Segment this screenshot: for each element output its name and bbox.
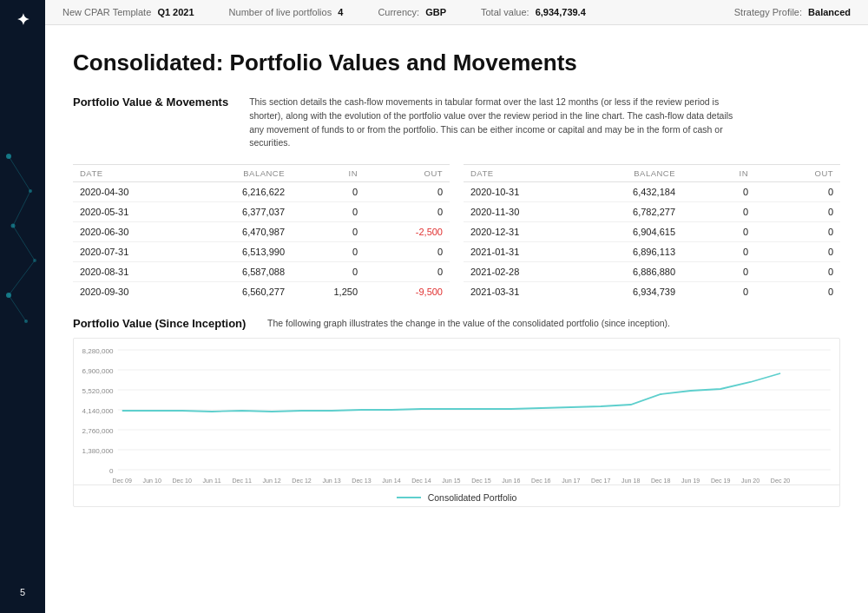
total-value: 6,934,739.4 xyxy=(536,7,586,17)
table-row: 2020-09-30 6,560,277 1,250 -9,500 xyxy=(73,282,450,302)
currency-info: Currency: GBP xyxy=(378,7,446,17)
cell-in: 0 xyxy=(292,202,365,222)
cell-balance: 6,886,880 xyxy=(573,262,682,282)
legend-label: Consolidated Portfolio xyxy=(428,492,517,503)
col-header-date-right: DATE xyxy=(464,165,573,182)
svg-text:Jun 19: Jun 19 xyxy=(681,478,700,484)
cell-out: 0 xyxy=(365,202,450,222)
template-label: New CPAR Template xyxy=(62,7,151,17)
cell-date: 2020-12-31 xyxy=(464,222,573,242)
cell-out: 0 xyxy=(755,202,840,222)
cell-balance: 6,896,113 xyxy=(573,242,682,262)
cell-out: -9,500 xyxy=(365,282,450,302)
table-row: 2020-10-31 6,432,184 0 0 xyxy=(464,182,840,202)
svg-text:Jun 10: Jun 10 xyxy=(143,478,161,484)
section1-description-area: This section details the cash-flow movem… xyxy=(249,96,840,150)
svg-text:Dec 12: Dec 12 xyxy=(292,478,312,484)
dual-table: DATE BALANCE IN OUT 2020-04-30 6,216,622… xyxy=(73,164,840,301)
chart-title: Portfolio Value (Since Inception) xyxy=(73,317,247,330)
chart-section: Portfolio Value (Since Inception) The fo… xyxy=(73,317,840,599)
svg-text:Jun 15: Jun 15 xyxy=(442,478,460,484)
cell-out: 0 xyxy=(755,242,840,262)
svg-text:8,280,000: 8,280,000 xyxy=(82,347,115,355)
chart-inner: 8,280,000 6,900,000 5,520,000 4,140,000 … xyxy=(74,346,839,484)
svg-text:Dec 16: Dec 16 xyxy=(531,478,551,484)
cell-balance: 6,216,622 xyxy=(182,182,292,202)
page-number: 5 xyxy=(20,587,25,597)
svg-text:Jun 20: Jun 20 xyxy=(741,478,760,484)
col-header-in-left: IN xyxy=(292,165,365,182)
template-period: Q1 2021 xyxy=(157,7,194,17)
portfolios-value: 4 xyxy=(338,7,343,17)
svg-text:Dec 17: Dec 17 xyxy=(591,478,611,484)
cell-in: 1,250 xyxy=(292,282,365,302)
cell-in: 0 xyxy=(292,182,365,202)
svg-text:2,760,000: 2,760,000 xyxy=(82,427,115,435)
portfolios-info: Number of live portfolios 4 xyxy=(229,7,344,17)
cell-date: 2020-10-31 xyxy=(464,182,573,202)
cell-in: 0 xyxy=(682,202,755,222)
svg-text:Jun 11: Jun 11 xyxy=(203,478,221,484)
chart-legend: Consolidated Portfolio xyxy=(74,484,839,508)
sidebar-bg xyxy=(0,0,45,613)
cell-balance: 6,934,739 xyxy=(573,282,682,302)
cell-date: 2021-02-28 xyxy=(464,262,573,282)
col-header-out-right: OUT xyxy=(755,165,840,182)
total-info: Total value: 6,934,739.4 xyxy=(481,7,586,17)
cell-date: 2020-11-30 xyxy=(464,202,573,222)
cell-date: 2020-05-31 xyxy=(73,202,182,222)
section1-heading-area: Portfolio Value & Movements xyxy=(73,96,228,115)
col-header-balance-right: BALANCE xyxy=(573,165,682,182)
svg-text:Jun 18: Jun 18 xyxy=(621,478,640,484)
chart-description: The following graph illustrates the chan… xyxy=(267,317,670,331)
svg-text:0: 0 xyxy=(109,467,114,475)
cell-out: 0 xyxy=(755,182,840,202)
svg-text:1,380,000: 1,380,000 xyxy=(82,447,115,455)
svg-text:Dec 11: Dec 11 xyxy=(232,478,252,484)
cell-balance: 6,904,615 xyxy=(573,222,682,242)
svg-text:6,900,000: 6,900,000 xyxy=(82,367,115,375)
cell-out: 0 xyxy=(755,262,840,282)
table-row: 2020-04-30 6,216,622 0 0 xyxy=(73,182,450,202)
section1-heading: Portfolio Value & Movements xyxy=(73,96,228,109)
total-label: Total value: xyxy=(481,7,529,17)
section1-header: Portfolio Value & Movements This section… xyxy=(73,96,840,150)
svg-text:Dec 09: Dec 09 xyxy=(113,478,133,484)
cell-in: 0 xyxy=(682,182,755,202)
table-row: 2020-05-31 6,377,037 0 0 xyxy=(73,202,450,222)
svg-text:Jun 16: Jun 16 xyxy=(502,478,520,484)
cell-date: 2020-07-31 xyxy=(73,242,182,262)
cell-out: 0 xyxy=(755,282,840,302)
table-row: 2020-06-30 6,470,987 0 -2,500 xyxy=(73,222,450,242)
cell-balance: 6,432,184 xyxy=(573,182,682,202)
svg-text:Dec 14: Dec 14 xyxy=(411,478,431,484)
chart-container: 8,280,000 6,900,000 5,520,000 4,140,000 … xyxy=(73,338,840,507)
template-info: New CPAR Template Q1 2021 xyxy=(62,7,194,17)
cell-in: 0 xyxy=(292,222,365,242)
col-header-date-left: DATE xyxy=(73,165,182,182)
table-row: 2020-07-31 6,513,990 0 0 xyxy=(73,242,450,262)
cell-balance: 6,513,990 xyxy=(182,242,292,262)
svg-text:Jun 12: Jun 12 xyxy=(262,478,280,484)
svg-text:5,520,000: 5,520,000 xyxy=(82,387,115,395)
cell-out: -2,500 xyxy=(365,222,450,242)
svg-text:Dec 13: Dec 13 xyxy=(352,478,372,484)
cell-balance: 6,470,987 xyxy=(182,222,292,242)
col-header-in-right: IN xyxy=(682,165,755,182)
cell-date: 2021-03-31 xyxy=(464,282,573,302)
svg-line-8 xyxy=(13,226,35,260)
currency-label: Currency: xyxy=(378,7,419,17)
strategy-info: Strategy Profile: Balanced xyxy=(734,7,851,17)
col-header-balance-left: BALANCE xyxy=(182,165,292,182)
left-sidebar: ✦ 5 xyxy=(0,0,45,613)
svg-line-10 xyxy=(9,295,26,321)
cell-out: 0 xyxy=(365,242,450,262)
cell-in: 0 xyxy=(292,242,365,262)
cell-in: 0 xyxy=(682,282,755,302)
section1-description: This section details the cash-flow movem… xyxy=(249,96,735,150)
cell-in: 0 xyxy=(682,262,755,282)
right-table: DATE BALANCE IN OUT 2020-10-31 6,432,184… xyxy=(464,164,840,301)
logo-icon: ✦ xyxy=(16,10,30,30)
cell-in: 0 xyxy=(292,262,365,282)
cell-date: 2020-06-30 xyxy=(73,222,182,242)
